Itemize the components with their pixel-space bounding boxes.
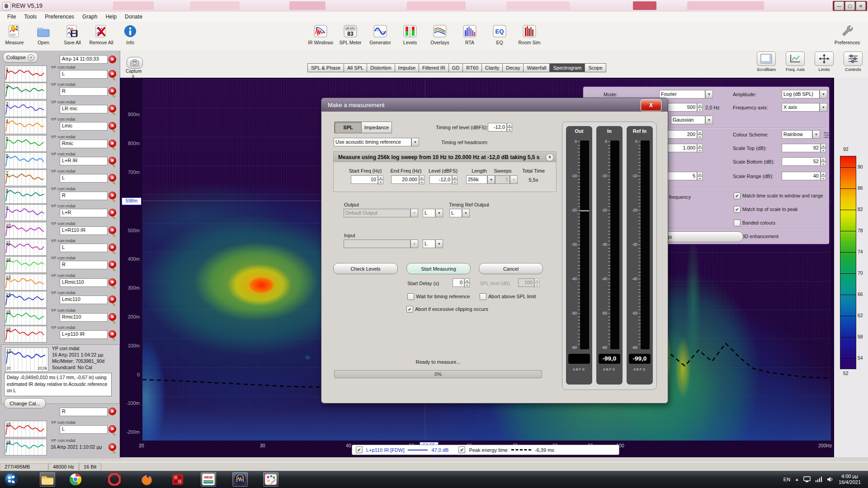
- frequency-axis-select[interactable]: X axis: [782, 103, 820, 112]
- limits-button[interactable]: Limits: [812, 52, 836, 72]
- measurement-thumbnail[interactable]: 16: [5, 326, 47, 343]
- level-dbfs--field[interactable]: -12,0: [429, 175, 452, 184]
- tab-scope[interactable]: Scope: [585, 63, 606, 72]
- timing-ref-level-field[interactable]: -12,0: [488, 123, 507, 131]
- scale-range-field[interactable]: 40: [782, 172, 821, 180]
- edit-notes-icon[interactable]: ✎: [112, 250, 116, 255]
- input-channel-arrow-icon[interactable]: ▼: [435, 239, 443, 248]
- edit-notes-icon[interactable]: ✎: [112, 337, 116, 342]
- measurement-name-field[interactable]: L+p110 IR: [60, 330, 108, 339]
- freq-axis-button[interactable]: Freq. Axis: [783, 52, 807, 72]
- scale-bottom-field-spinner[interactable]: ▲▼: [821, 157, 826, 166]
- toolbar-button-eq[interactable]: EQEQ: [488, 23, 511, 45]
- capture-button[interactable]: [127, 57, 143, 69]
- input-device-select[interactable]: [344, 239, 410, 248]
- trace-visible-checkbox[interactable]: ✔: [356, 446, 363, 453]
- measurement-name-field[interactable]: L: [60, 244, 108, 252]
- audacity-icon[interactable]: [232, 472, 248, 487]
- level-dbfs--field-spinner[interactable]: ▲▼: [452, 175, 458, 184]
- tab-spl-phase[interactable]: SPL & Phase: [307, 63, 344, 72]
- tab-spectrogram[interactable]: Spectrogram: [550, 63, 585, 72]
- edit-notes-icon[interactable]: ✎: [112, 77, 116, 82]
- toolbar-button-save-all[interactable]: Save All: [61, 23, 84, 45]
- measurement-thumbnail[interactable]: 6: [5, 152, 47, 169]
- window-select-arrow-icon[interactable]: ▼: [705, 116, 713, 124]
- toolbar-button-remove-all[interactable]: Remove All: [90, 23, 113, 45]
- taskbar-clock[interactable]: 4:00 μμ 16/4/2021: [839, 474, 865, 485]
- network-tray-icon[interactable]: [815, 476, 822, 483]
- scale-bottom-field[interactable]: 52: [782, 157, 821, 166]
- measurement-thumbnail[interactable]: 172020,0k: [5, 347, 48, 372]
- toolbar-button-levels[interactable]: 0369Levels: [398, 23, 422, 45]
- edit-notes-icon[interactable]: ✎: [112, 432, 116, 437]
- menu-preferences[interactable]: Preferences: [41, 12, 78, 21]
- tab-all-spl[interactable]: All SPL: [344, 63, 367, 72]
- measurement-name-field[interactable]: Lmic110: [60, 296, 108, 304]
- measurement-thumbnail[interactable]: 19: [5, 439, 47, 455]
- tab-distortion[interactable]: Distortion: [367, 63, 395, 72]
- edit-notes-icon[interactable]: ✎: [112, 198, 116, 203]
- end-freq-hz--field-spinner[interactable]: ▲▼: [419, 175, 425, 184]
- measurement-name-field[interactable]: Απρ 14 11:03:33: [60, 55, 108, 64]
- controls-button[interactable]: Controls: [841, 52, 865, 72]
- toolbar-button-overlays[interactable]: Overlays: [428, 23, 452, 45]
- measurement-thumbnail[interactable]: 18: [5, 421, 47, 437]
- measurement-name-field[interactable]: Rmic110: [60, 313, 108, 322]
- tab-filtered-ir[interactable]: Filtered IR: [419, 63, 449, 72]
- end-freq-hz--field[interactable]: 20.000: [391, 175, 419, 184]
- start-freq-hz--field[interactable]: 10: [351, 175, 378, 184]
- dialog-title-bar[interactable]: Make a measurement: [321, 98, 668, 112]
- tray-expand-icon[interactable]: ▲: [795, 477, 799, 482]
- edit-notes-icon[interactable]: ✎: [112, 164, 116, 169]
- length-field[interactable]: 256k: [466, 175, 487, 184]
- tab-impulse[interactable]: Impulse: [395, 63, 420, 72]
- scrollbars-button[interactable]: Scrollbars: [754, 52, 778, 72]
- paint-icon[interactable]: [263, 472, 278, 487]
- checkbox-abort-if-excessive-clipping-occurs[interactable]: ✔: [406, 306, 413, 313]
- peak-energy-checkbox[interactable]: ✔: [458, 446, 465, 453]
- measurement-name-field[interactable]: LRmic110: [60, 278, 108, 287]
- measurement-name-field[interactable]: L: [60, 174, 108, 183]
- tab-decay[interactable]: Decay: [503, 63, 524, 72]
- toolbar-button-generator[interactable]: Generator: [368, 23, 392, 45]
- output-device-select[interactable]: Default Output: [344, 209, 410, 217]
- length-field-arrow-icon[interactable]: ▼: [487, 175, 495, 184]
- toolbar-button-room-sim[interactable]: Room Sim: [518, 23, 541, 45]
- toolbar-button-measure[interactable]: Measure: [3, 23, 26, 45]
- output-channel-arrow-icon[interactable]: ▼: [435, 209, 443, 217]
- measurement-thumbnail[interactable]: 15: [5, 309, 47, 325]
- measurement-thumbnail[interactable]: 12: [5, 256, 47, 273]
- toolbar-button-ir-windows[interactable]: IR Windows: [309, 23, 332, 45]
- measurement-name-field[interactable]: L+R IR: [60, 157, 108, 165]
- start-delay-field[interactable]: 0: [453, 278, 464, 287]
- language-indicator[interactable]: EN: [783, 477, 790, 482]
- menu-file[interactable]: File: [4, 12, 19, 21]
- toolbar-button-open[interactable]: Open: [32, 23, 55, 45]
- measurement-thumbnail[interactable]: 10: [5, 222, 47, 239]
- tab-clarity[interactable]: Clarity: [482, 63, 503, 72]
- edit-notes-icon[interactable]: ✎: [112, 233, 116, 238]
- edit-notes-icon[interactable]: ✎: [112, 302, 116, 307]
- checkbox-match-time-scale-to-window-and-range[interactable]: ✔: [734, 192, 741, 199]
- collapse-sidebar-button[interactable]: Collapse«: [3, 52, 38, 63]
- measurement-name-field[interactable]: L=R110 IR: [60, 226, 108, 235]
- checkbox-banded-colours[interactable]: [734, 220, 741, 226]
- edit-notes-icon[interactable]: ✎: [112, 129, 116, 134]
- measurement-name-field[interactable]: LR mic: [60, 105, 108, 113]
- timing-ref-output-select[interactable]: L: [449, 209, 462, 217]
- collapse-chevron-icon[interactable]: ∧: [546, 153, 554, 161]
- checkbox-match-top-of-scale-to-peak[interactable]: ✔: [734, 206, 741, 213]
- red-app-icon[interactable]: [170, 472, 185, 487]
- output-channel-select[interactable]: L: [423, 209, 435, 217]
- rew-icon[interactable]: REWv: [201, 472, 216, 487]
- measurement-name-field[interactable]: R: [60, 408, 108, 416]
- edit-notes-icon[interactable]: ✎: [112, 146, 116, 151]
- mode-select[interactable]: Fourier: [659, 90, 705, 99]
- toolbar-button-preferences[interactable]: Preferences: [835, 23, 859, 45]
- dialog-close-button[interactable]: X: [641, 99, 661, 111]
- menu-tools[interactable]: Tools: [20, 12, 40, 21]
- tab-impedance[interactable]: Impedance: [361, 122, 392, 133]
- measurement-name-field[interactable]: L: [60, 70, 108, 79]
- start-freq-hz--field-spinner[interactable]: ▲▼: [378, 175, 383, 184]
- minimize-button[interactable]: —: [834, 1, 844, 10]
